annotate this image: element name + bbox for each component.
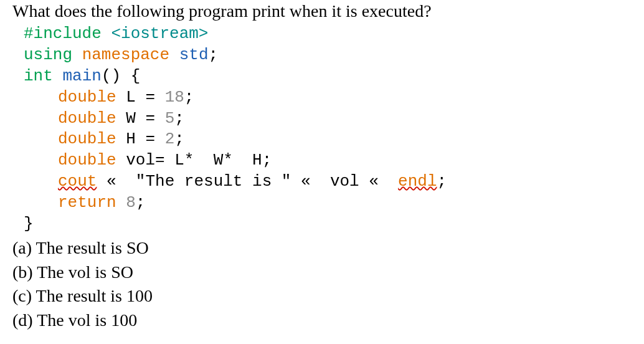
closing-brace: } (24, 214, 34, 233)
semicolon: ; (208, 45, 218, 64)
num-8: 8 (126, 193, 136, 212)
keyword-int: int (24, 67, 53, 85)
keyword-double: double (58, 151, 116, 170)
semicolon: ; (174, 109, 184, 128)
answer-options: (a) The result is SO (b) The vol is SO (… (12, 237, 632, 332)
keyword-double: double (58, 130, 116, 148)
semicolon: ; (174, 130, 184, 148)
var-h: H = (116, 130, 165, 148)
code-line-return: return 8; (58, 193, 632, 214)
semicolon: ; (437, 172, 447, 191)
code-line-cout: cout « "The result is " « vol « endl; (58, 171, 632, 193)
code-line-w: double W = 5; (58, 108, 632, 130)
var-w: W = (116, 109, 165, 128)
keyword-std: std (179, 45, 209, 64)
header-iostream: <iostream> (111, 24, 208, 43)
code-line-main: int main() { (24, 66, 632, 87)
keyword-double: double (58, 109, 116, 128)
code-line-l: double L = 18; (58, 87, 632, 108)
option-b: (b) The vol is SO (12, 261, 632, 284)
keyword-cout: cout (58, 172, 97, 191)
semicolon: ; (136, 193, 146, 212)
semicolon: ; (184, 88, 194, 107)
keyword-main: main (62, 67, 101, 85)
keyword-endl: endl (398, 172, 437, 191)
space (116, 193, 126, 212)
code-line-using: using namespace std; (24, 45, 632, 66)
code-block: #include <iostream> using namespace std;… (24, 24, 632, 234)
option-d: (d) The vol is 100 (12, 309, 632, 332)
num-18: 18 (165, 88, 184, 107)
keyword-include: #include (24, 24, 102, 43)
keyword-return: return (58, 193, 116, 212)
question-text: What does the following program print wh… (12, 0, 632, 22)
cout-mid: « "The result is " « vol « (97, 172, 398, 191)
keyword-double: double (58, 88, 116, 107)
vol-expr: vol= L* W* H; (116, 151, 272, 170)
code-line-include: #include <iostream> (24, 24, 632, 45)
keyword-using: using (24, 45, 72, 64)
option-c: (c) The result is 100 (12, 285, 632, 307)
num-5: 5 (165, 109, 175, 128)
keyword-namespace: namespace (82, 45, 169, 64)
var-l: L = (116, 88, 165, 107)
main-parens: () { (102, 67, 140, 85)
option-a: (a) The result is SO (12, 237, 632, 259)
num-2: 2 (165, 130, 175, 148)
code-line-vol: double vol= L* W* H; (58, 150, 632, 171)
code-line-h: double H = 2; (58, 129, 632, 150)
code-line-brace: } (24, 214, 632, 235)
